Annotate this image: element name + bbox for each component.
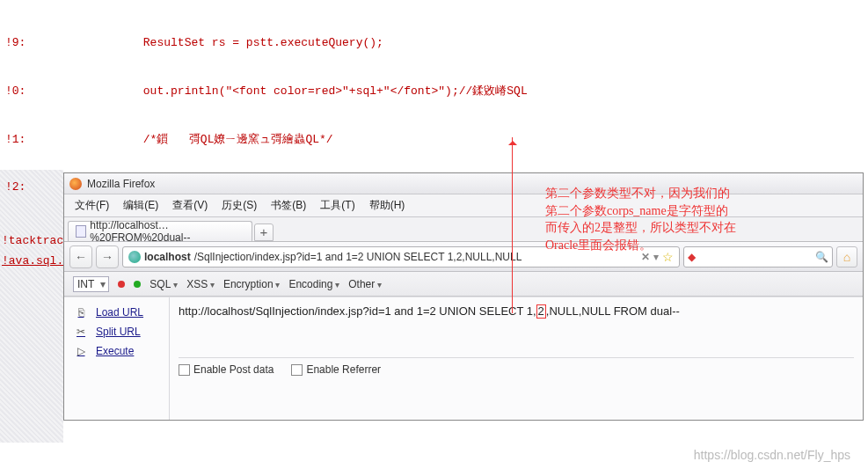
split-icon: ✂ — [73, 326, 89, 338]
hackbar-options: Enable Post data Enable Referrer — [179, 357, 854, 376]
home-button[interactable]: ⌂ — [836, 246, 857, 267]
menu-edit[interactable]: 编辑(E) — [118, 196, 164, 215]
code-text: /*鎻 彁QL嫽ㄧ邊窯ュ彁繪蟲QL*/ — [33, 132, 866, 148]
url-path: /SqlInjection/index.jsp?id=1 and 1=2 UNI… — [194, 251, 522, 263]
menu-view[interactable]: 查看(V) — [167, 196, 213, 215]
enable-referrer-label: Enable Referrer — [306, 363, 381, 376]
checkbox-icon — [291, 364, 303, 376]
enable-post-checkbox[interactable]: Enable Post data — [179, 363, 274, 376]
menu-help[interactable]: 帮助(H) — [364, 196, 411, 215]
load-icon: ⎘ — [73, 306, 89, 319]
hackbar-toolbar: INT SQL XSS Encryption Encoding Other — [64, 272, 863, 297]
new-tab-button[interactable]: + — [254, 224, 274, 241]
line-number: !9: — [2, 35, 33, 51]
menu-tools[interactable]: 工具(T) — [315, 196, 360, 215]
load-url-label: Load URL — [96, 306, 143, 319]
indicator-red-icon — [118, 281, 125, 288]
line-number: !0: — [2, 84, 33, 99]
annot-line: 第二个参数corps_name是字符型的 — [545, 202, 765, 220]
browser-tab[interactable]: http://localhost…%20FROM%20dual-- — [68, 221, 252, 241]
firefox-icon — [69, 178, 82, 190]
tab-label: http://localhost…%20FROM%20dual-- — [90, 219, 244, 244]
watermark: https://blog.csdn.net/Fly_hps — [694, 448, 850, 462]
globe-icon — [128, 251, 141, 263]
page-icon — [76, 225, 86, 238]
url-post: ,NULL,NULL FROM dual-- — [546, 304, 680, 318]
annot-line: Oracle里面会报错。 — [545, 237, 765, 254]
menu-bookmarks[interactable]: 书签(B) — [266, 196, 311, 215]
menu-file[interactable]: 文件(F) — [69, 196, 114, 215]
tool-encoding[interactable]: Encoding — [288, 278, 339, 290]
line-number: !2: — [2, 180, 33, 195]
execute-icon: ▷ — [73, 345, 89, 357]
code-text: out.println("<font color=red>"+sql+"</fo… — [33, 84, 866, 99]
tool-encryption[interactable]: Encryption — [223, 278, 280, 290]
annotation-text: 第二个参数类型不对，因为我们的 第二个参数corps_name是字符型的 而传入… — [545, 185, 765, 253]
hackbar-body: ⎘Load URL ✂Split URL ▷Execute http://loc… — [64, 297, 863, 420]
hackbar-main: http://localhost/SqlInjection/index.jsp?… — [170, 297, 863, 420]
menu-history[interactable]: 历史(S) — [216, 196, 262, 215]
hackbar-url-text[interactable]: http://localhost/SqlInjection/index.jsp?… — [179, 304, 854, 319]
annot-line: 第二个参数类型不对，因为我们的 — [545, 185, 765, 202]
back-button[interactable]: ← — [69, 245, 92, 268]
url-pre: http://localhost/SqlInjection/index.jsp?… — [179, 304, 536, 318]
indicator-green-icon — [134, 281, 141, 288]
execute-button[interactable]: ▷Execute — [68, 341, 165, 361]
annotation-arrow — [512, 137, 513, 313]
split-url-label: Split URL — [96, 326, 141, 338]
hackbar-side: ⎘Load URL ✂Split URL ▷Execute — [64, 297, 170, 420]
url-host: localhost — [144, 251, 191, 263]
execute-label: Execute — [96, 345, 134, 357]
highlighted-param: 2 — [536, 304, 546, 319]
code-text: ResultSet rs = pstt.executeQuery(); — [33, 35, 866, 51]
forward-button[interactable]: → — [96, 245, 119, 268]
tool-sql[interactable]: SQL — [150, 278, 178, 290]
line-number: !1: — [2, 132, 33, 148]
mode-select[interactable]: INT — [73, 276, 109, 292]
load-url-button[interactable]: ⎘Load URL — [68, 303, 165, 322]
enable-referrer-checkbox[interactable]: Enable Referrer — [291, 363, 381, 376]
split-url-button[interactable]: ✂Split URL — [68, 322, 165, 341]
annot-line: 而传入的2是整型，所以类型不对在 — [545, 219, 765, 237]
window-title: Mozilla Firefox — [87, 178, 155, 190]
tool-other[interactable]: Other — [348, 278, 382, 290]
tool-xss[interactable]: XSS — [186, 278, 215, 290]
checkbox-icon — [179, 364, 190, 376]
enable-post-label: Enable Post data — [193, 363, 274, 376]
